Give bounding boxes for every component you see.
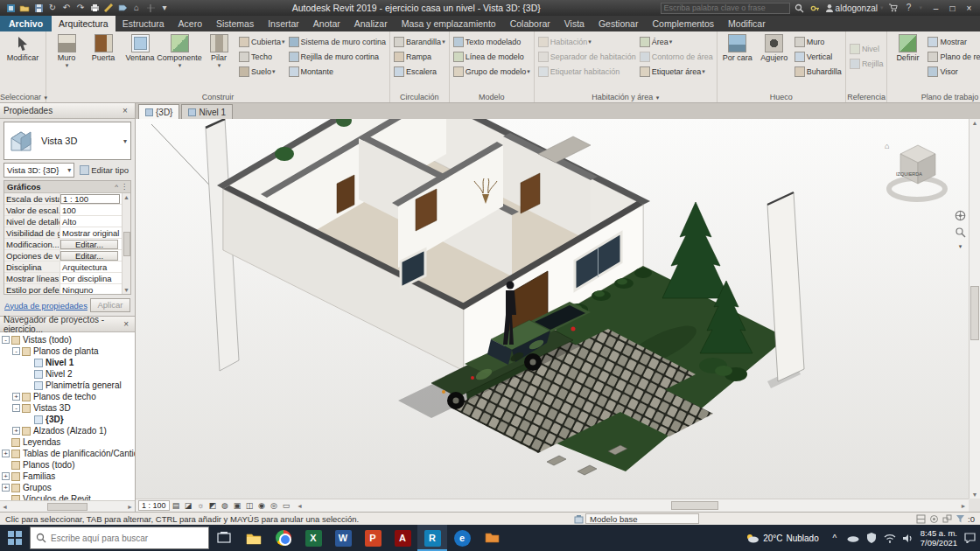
scrollbar-thumb[interactable]	[123, 232, 130, 256]
undo-icon[interactable]: ↶	[60, 2, 73, 14]
taskbar-clock[interactable]: 8:45 a. m. 7/09/2021	[920, 528, 957, 548]
edit-type-button[interactable]: Editar tipo	[77, 163, 131, 178]
weather-widget[interactable]: 20°C Nublado	[742, 533, 822, 543]
group-collapse-icon[interactable]: ^	[115, 183, 118, 191]
scrollbar-thumb[interactable]	[671, 501, 718, 510]
reveal-hidden-icon[interactable]: ◎	[269, 500, 280, 511]
default-3d-view-icon[interactable]: ⌂	[130, 2, 143, 14]
close-button[interactable]: ×	[961, 0, 977, 16]
expander-icon[interactable]: -	[12, 347, 20, 355]
property-group-graficos[interactable]: Gráficos ^⋮	[4, 181, 130, 193]
measure-icon[interactable]	[102, 2, 115, 14]
hueco-vertical-button[interactable]: Vertical	[793, 49, 844, 64]
design-option-select[interactable]: Modelo base	[585, 513, 699, 524]
user-account[interactable]: aldogonzal ▾	[825, 3, 884, 13]
pilar-button[interactable]: Pilar▾	[200, 32, 237, 71]
tree-item-planos-techo[interactable]: +Planos de techo	[2, 391, 135, 402]
acrobat-icon[interactable]: A	[388, 525, 417, 551]
hide-isolate-icon[interactable]: ◉	[256, 500, 268, 511]
orange-folder-icon[interactable]	[477, 525, 507, 551]
app-menu-icon[interactable]	[4, 2, 17, 14]
texto-modelado-button[interactable]: Texto modelado	[452, 34, 532, 49]
property-value[interactable]: Mostrar original	[60, 228, 130, 238]
property-row[interactable]: Estilo por defe...Ninguno	[4, 284, 130, 295]
editable-only-icon[interactable]	[929, 514, 939, 524]
scroll-up-icon[interactable]: ▲	[972, 120, 978, 126]
redo-icon[interactable]: ↷	[74, 2, 87, 14]
property-row[interactable]: Mostrar líneas...Por disciplina	[4, 273, 130, 284]
property-row[interactable]: Opciones de v...Editar...	[4, 250, 130, 262]
scroll-right-icon[interactable]: ►	[958, 503, 969, 509]
taskbar-search[interactable]	[30, 527, 209, 549]
contorno-area-button[interactable]: Contorno de área	[638, 49, 715, 64]
zoom-icon[interactable]	[955, 227, 966, 240]
browser-close-icon[interactable]: ×	[121, 319, 131, 329]
tag-icon[interactable]	[116, 2, 129, 14]
taskbar-search-input[interactable]	[51, 534, 203, 543]
tree-item-tablas[interactable]: +Tablas de planificación/Cantidades	[2, 448, 135, 459]
property-value[interactable]: 100	[60, 206, 130, 215]
rejilla-button[interactable]: Rejilla	[848, 56, 886, 71]
file-explorer-icon[interactable]	[239, 525, 269, 551]
group-pin-icon[interactable]: ⋮	[121, 183, 128, 191]
tab-modificar[interactable]: Modificar	[721, 16, 773, 31]
habitacion-button[interactable]: Habitación▾	[536, 34, 638, 49]
sync-icon[interactable]: ↻	[46, 2, 59, 14]
tab-acero[interactable]: Acero	[172, 16, 209, 31]
definir-button[interactable]: Definir	[889, 32, 926, 64]
tab-archivo[interactable]: Archivo	[0, 16, 52, 31]
powerpoint-icon[interactable]: P	[358, 525, 388, 551]
select-links-icon[interactable]	[942, 514, 952, 524]
property-row[interactable]: Nivel de detalleAlto	[4, 216, 130, 227]
montante-button[interactable]: Montante	[287, 64, 388, 79]
cubierta-button[interactable]: Cubierta▾	[237, 34, 287, 49]
properties-help-link[interactable]: Ayuda de propiedades	[4, 301, 88, 310]
puerta-button[interactable]: Puerta	[85, 32, 122, 64]
expander-icon[interactable]: +	[2, 472, 10, 480]
security-icon[interactable]	[865, 532, 878, 544]
property-value[interactable]: 1 : 100	[60, 194, 120, 204]
tree-item-vistas[interactable]: -Vistas (todo)	[2, 334, 135, 345]
tab-analizar[interactable]: Analizar	[347, 16, 395, 31]
techo-button[interactable]: Techo	[237, 49, 287, 64]
mostrar-button[interactable]: Mostrar	[926, 34, 980, 49]
tab-anotar[interactable]: Anotar	[306, 16, 347, 31]
notification-center-icon[interactable]	[963, 532, 976, 544]
3d-model-view[interactable]	[136, 119, 969, 499]
hidden-icons-caret[interactable]: ^	[829, 532, 841, 544]
tab-estructura[interactable]: Estructura	[116, 16, 172, 31]
view-tab-3d[interactable]: {3D}	[138, 104, 179, 119]
group-label-seleccionar[interactable]: Seleccionar ▾	[0, 92, 46, 102]
steering-wheel-icon[interactable]	[955, 210, 966, 223]
tree-item-leyendas[interactable]: Leyendas	[2, 436, 135, 448]
suelo-button[interactable]: Suelo▾	[237, 64, 287, 79]
chrome-icon[interactable]	[269, 525, 298, 551]
revit-taskbar-icon[interactable]: R	[417, 525, 447, 551]
help-search-input[interactable]	[661, 3, 790, 14]
key-icon[interactable]	[809, 2, 822, 14]
property-row[interactable]: DisciplinaArquitectura	[4, 262, 130, 273]
agujero-button[interactable]: Agujero	[756, 32, 793, 64]
scroll-right-icon[interactable]: ►	[127, 504, 133, 510]
tab-complementos[interactable]: Complementos	[645, 16, 721, 31]
barandilla-button[interactable]: Barandilla▾	[392, 34, 447, 49]
design-options-icon[interactable]	[574, 514, 584, 524]
por-cara-button[interactable]: Por cara	[719, 32, 756, 64]
detail-level-icon[interactable]: ▤	[171, 500, 182, 511]
tree-item-planos-planta[interactable]: -Planos de planta	[2, 345, 135, 357]
scale-control[interactable]: 1 : 100	[138, 500, 170, 511]
tree-item-familias[interactable]: +Familias	[2, 471, 135, 482]
edit-button[interactable]: Editar...	[60, 251, 118, 261]
browser-scrollbar[interactable]: ◄ ►	[0, 500, 135, 512]
rejilla-muro-cortina-button[interactable]: Rejilla de muro cortina	[287, 49, 388, 64]
componente-button[interactable]: Componente▾	[158, 32, 200, 71]
edit-button[interactable]: Editar...	[60, 240, 118, 249]
horizontal-scrollbar[interactable]	[305, 499, 958, 512]
property-value[interactable]: Por disciplina	[60, 274, 130, 283]
scrollbar-thumb[interactable]	[47, 503, 88, 511]
visor-button[interactable]: Visor	[926, 64, 980, 79]
properties-scrollbar[interactable]: ▲ ▼	[122, 193, 130, 294]
volume-icon[interactable]	[902, 532, 914, 544]
crop-view-icon[interactable]: ▣	[232, 500, 243, 511]
tree-item-planimetria[interactable]: Planimetría general	[2, 380, 135, 391]
